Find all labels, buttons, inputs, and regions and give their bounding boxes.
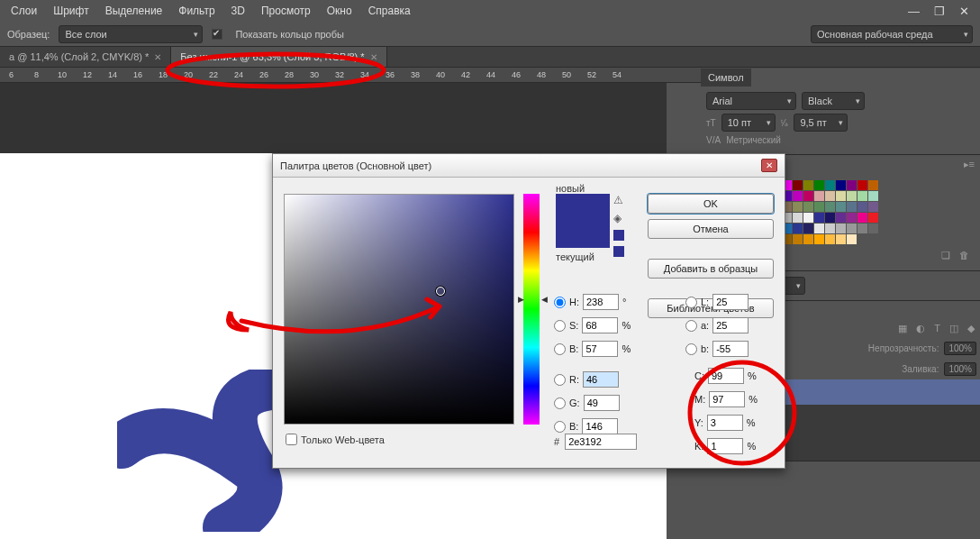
warning-icon[interactable]: ⚠ [613, 194, 628, 206]
web-only-checkbox[interactable] [286, 434, 297, 445]
l-radio[interactable] [685, 297, 697, 308]
font-family-select[interactable]: Arial [706, 92, 796, 110]
swatch[interactable] [847, 224, 857, 233]
brightness-radio[interactable] [554, 343, 566, 355]
leading-select[interactable]: 9,5 пт [794, 114, 848, 132]
swatch[interactable] [836, 224, 846, 233]
show-sampling-ring-checkbox[interactable] [212, 29, 222, 40]
sv-cursor[interactable] [436, 287, 445, 296]
swatch[interactable] [803, 213, 813, 223]
swatch[interactable] [803, 180, 813, 190]
blue-input[interactable] [582, 418, 618, 434]
add-to-swatches-button[interactable]: Добавить в образцы [648, 259, 774, 279]
swatch[interactable] [814, 224, 824, 233]
swatch[interactable] [793, 234, 803, 244]
swatch[interactable] [868, 191, 878, 201]
hex-input[interactable] [565, 434, 637, 450]
minimize-button[interactable]: — [908, 5, 920, 18]
menu-select[interactable]: Выделение [105, 5, 163, 17]
font-size-select[interactable]: 10 пт [721, 114, 776, 132]
websafe-swatch[interactable] [613, 230, 624, 241]
menu-window[interactable]: Окно [327, 5, 352, 17]
swatch[interactable] [847, 213, 857, 223]
swatch[interactable] [814, 213, 824, 223]
swatch[interactable] [847, 180, 857, 190]
menu-view[interactable]: Просмотр [261, 5, 311, 17]
filter-adjust-icon[interactable]: ◐ [916, 323, 925, 334]
filter-type-icon[interactable]: T [934, 323, 940, 334]
nearest-swatch[interactable] [613, 246, 624, 257]
y-input[interactable] [707, 415, 743, 431]
sample-layers-select[interactable]: Все слои [59, 25, 203, 43]
swatch[interactable] [858, 191, 867, 201]
hue-radio[interactable] [554, 297, 566, 308]
swatch[interactable] [803, 234, 813, 244]
swatch[interactable] [868, 180, 878, 190]
menu-filter[interactable]: Фильтр [178, 5, 214, 17]
swatch[interactable] [836, 202, 846, 212]
maximize-button[interactable]: ❐ [934, 5, 945, 18]
c-input[interactable] [708, 368, 744, 384]
swatch[interactable] [858, 180, 867, 190]
swatch[interactable] [825, 213, 835, 223]
menu-3d[interactable]: 3D [231, 5, 245, 17]
hue-slider[interactable] [523, 194, 540, 425]
character-tab[interactable]: Символ [701, 69, 751, 87]
swatch[interactable] [836, 234, 846, 244]
workspace-switcher[interactable]: Основная рабочая среда [811, 25, 973, 43]
swatch[interactable] [847, 191, 857, 201]
m-input[interactable] [709, 391, 745, 407]
swatch[interactable] [814, 180, 824, 190]
a-input[interactable] [712, 317, 749, 333]
saturation-radio[interactable] [554, 320, 566, 332]
swatch[interactable] [825, 202, 835, 212]
cube-icon[interactable]: ◈ [613, 212, 628, 224]
filter-smart-icon[interactable]: ◆ [967, 323, 975, 334]
swatch[interactable] [847, 202, 857, 212]
swatch[interactable] [793, 180, 803, 190]
swatch[interactable] [793, 191, 803, 201]
brightness-input[interactable] [582, 341, 618, 357]
red-radio[interactable] [554, 374, 566, 386]
swatch[interactable] [858, 213, 867, 223]
opacity-value[interactable]: 100% [944, 342, 976, 355]
swatch[interactable] [825, 224, 835, 233]
menu-help[interactable]: Справка [368, 5, 411, 17]
swatch[interactable] [814, 234, 824, 244]
l-input[interactable] [712, 294, 749, 310]
close-tab-icon[interactable]: ✕ [370, 52, 377, 62]
cancel-button[interactable]: Отмена [648, 219, 774, 239]
swatch[interactable] [825, 180, 835, 190]
hue-input[interactable] [583, 294, 619, 310]
swatch[interactable] [836, 213, 846, 223]
delete-swatch-icon[interactable]: 🗑 [959, 250, 969, 261]
swatch[interactable] [814, 202, 824, 212]
swatch[interactable] [793, 213, 803, 223]
swatch[interactable] [803, 224, 813, 233]
saturation-value-field[interactable] [284, 194, 514, 425]
swatch[interactable] [803, 191, 813, 201]
close-tab-icon[interactable]: ✕ [154, 52, 161, 62]
a-radio[interactable] [685, 320, 697, 332]
menu-font[interactable]: Шрифт [53, 5, 88, 17]
blue-radio[interactable] [554, 421, 566, 433]
filter-shape-icon[interactable]: ◫ [949, 323, 958, 334]
close-button[interactable]: ✕ [959, 5, 969, 18]
swatch[interactable] [847, 234, 857, 244]
swatch[interactable] [868, 224, 878, 233]
fill-value[interactable]: 100% [944, 362, 976, 376]
swatch[interactable] [858, 202, 867, 212]
b-input[interactable] [712, 341, 749, 357]
filter-images-icon[interactable]: ▦ [898, 323, 907, 334]
swatch[interactable] [836, 191, 846, 201]
menu-layers[interactable]: Слои [11, 5, 37, 17]
saturation-input[interactable] [582, 317, 618, 333]
swatch[interactable] [868, 213, 878, 223]
swatch[interactable] [858, 224, 867, 233]
green-input[interactable] [584, 395, 620, 411]
new-swatch-icon[interactable]: ❏ [941, 250, 950, 261]
swatch[interactable] [803, 202, 813, 212]
swatch[interactable] [793, 224, 803, 233]
swatch[interactable] [836, 180, 846, 190]
swatch[interactable] [825, 234, 835, 244]
